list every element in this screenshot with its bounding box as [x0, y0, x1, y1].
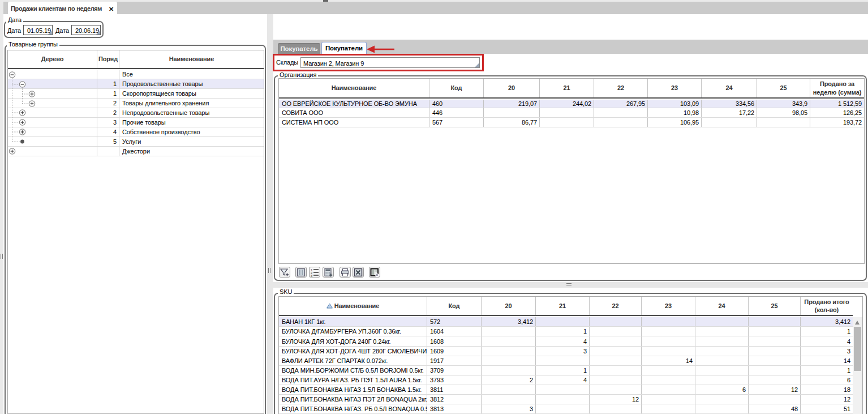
svg-text:3: 3: [311, 274, 312, 277]
